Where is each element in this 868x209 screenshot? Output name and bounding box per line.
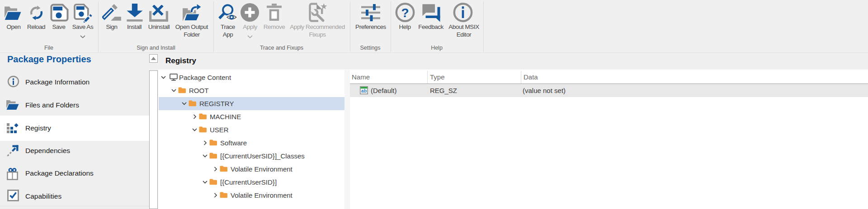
svg-text:?: ?: [401, 6, 409, 20]
svg-text:ab: ab: [361, 88, 367, 93]
